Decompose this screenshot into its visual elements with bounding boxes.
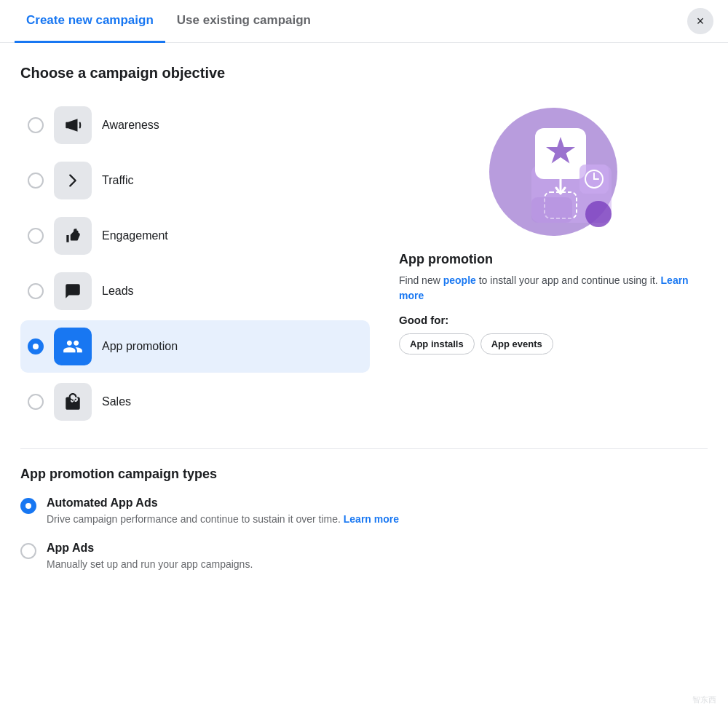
radio-leads[interactable] <box>28 283 44 299</box>
close-button[interactable]: × <box>687 8 713 34</box>
app-ads-desc: Manually set up and run your app campaig… <box>47 558 253 572</box>
objective-traffic[interactable]: Traffic <box>20 154 370 207</box>
engagement-label: Engagement <box>102 229 168 242</box>
automated-name: Automated App Ads <box>47 496 399 510</box>
awareness-icon <box>63 116 82 135</box>
app-promotion-icon-box <box>54 328 92 365</box>
automated-desc: Drive campaign performance and continue … <box>47 512 399 527</box>
svg-rect-0 <box>67 403 78 405</box>
automated-learn-more[interactable]: Learn more <box>344 513 399 525</box>
promo-desc-middle: to install your app and continue using i… <box>476 274 661 286</box>
tag-app-events: App events <box>480 333 553 354</box>
leads-icon-box <box>54 272 92 310</box>
objectives-list: Awareness Traffic <box>20 99 370 431</box>
radio-engagement[interactable] <box>28 228 44 244</box>
modal-container: Create new campaign Use existing campaig… <box>0 0 728 717</box>
tab-create-new[interactable]: Create new campaign <box>15 0 165 43</box>
promo-title: App promotion <box>399 252 708 267</box>
engagement-icon <box>63 226 82 245</box>
radio-sales[interactable] <box>28 394 44 410</box>
good-for-title: Good for: <box>399 314 708 326</box>
traffic-icon-box <box>54 162 92 199</box>
objective-engagement[interactable]: Engagement <box>20 210 370 262</box>
watermark: 智东西 <box>692 694 716 705</box>
app-promotion-icon <box>63 336 83 357</box>
campaign-type-app-ads-text: App Ads Manually set up and run your app… <box>47 542 253 572</box>
sales-icon <box>63 392 82 411</box>
radio-traffic[interactable] <box>28 173 44 189</box>
main-content: Choose a campaign objective Awareness <box>0 43 728 608</box>
campaign-type-automated-text: Automated App Ads Drive campaign perform… <box>47 496 399 527</box>
sales-label: Sales <box>102 395 131 408</box>
app-ads-name: App Ads <box>47 542 253 555</box>
radio-awareness[interactable] <box>28 117 44 133</box>
svg-point-11 <box>585 201 612 227</box>
app-promotion-label: App promotion <box>102 340 178 353</box>
objective-sales[interactable]: Sales <box>20 376 370 428</box>
campaign-type-automated[interactable]: Automated App Ads Drive campaign perform… <box>20 496 708 527</box>
tab-use-existing[interactable]: Use existing campaign <box>165 0 323 43</box>
campaign-type-app-ads[interactable]: App Ads Manually set up and run your app… <box>20 542 708 572</box>
promo-description: Find new people to install your app and … <box>399 273 708 304</box>
promo-people-link[interactable]: people <box>443 274 476 286</box>
objective-app-promotion[interactable]: App promotion <box>20 320 370 373</box>
traffic-label: Traffic <box>102 174 134 187</box>
objective-section-title: Choose a campaign objective <box>20 65 708 82</box>
tag-row: App installs App events <box>399 333 708 354</box>
promo-panel: App promotion Find new people to install… <box>399 99 708 431</box>
traffic-icon <box>65 173 81 189</box>
automated-desc-before: Drive campaign performance and continue … <box>47 513 344 525</box>
tag-app-installs: App installs <box>399 333 475 354</box>
svg-rect-12 <box>531 197 572 223</box>
two-column-layout: Awareness Traffic <box>20 99 708 431</box>
leads-label: Leads <box>102 285 134 298</box>
objective-awareness[interactable]: Awareness <box>20 99 370 151</box>
radio-automated[interactable] <box>20 498 36 514</box>
awareness-label: Awareness <box>102 119 159 132</box>
radio-app-promotion[interactable] <box>28 338 44 354</box>
section-divider <box>20 448 708 449</box>
engagement-icon-box <box>54 217 92 255</box>
sales-icon-box <box>54 383 92 421</box>
awareness-icon-box <box>54 106 92 144</box>
campaign-types-title: App promotion campaign types <box>20 467 708 482</box>
objective-leads[interactable]: Leads <box>20 265 370 317</box>
tab-bar: Create new campaign Use existing campaig… <box>0 0 728 43</box>
leads-icon <box>63 282 82 301</box>
app-promotion-illustration <box>488 106 619 237</box>
radio-app-ads[interactable] <box>20 543 36 559</box>
promo-desc-before: Find new <box>399 274 443 286</box>
